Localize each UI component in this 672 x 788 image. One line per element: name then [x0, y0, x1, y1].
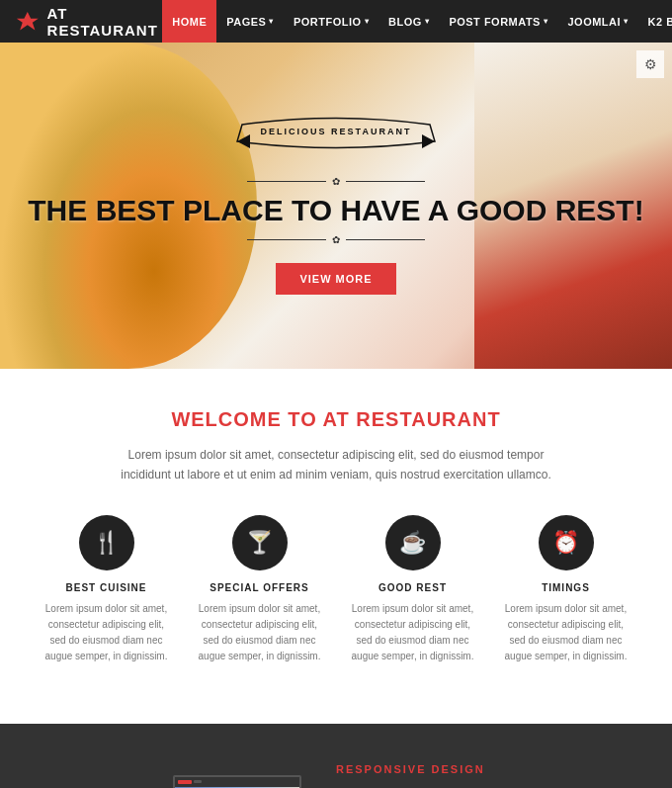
- chevron-down-icon: ▾: [425, 17, 430, 26]
- feature-icon-rest: ☕: [385, 515, 441, 570]
- hero-divider-icon: ✿: [332, 176, 340, 187]
- feature-special-offers: 🍸 SPECIAL OFFERS Lorem ipsum dolor sit a…: [183, 515, 336, 664]
- view-more-button[interactable]: VIEW MORE: [276, 263, 395, 295]
- clock-icon: ⏰: [552, 530, 579, 556]
- feature-icon-offers: 🍸: [232, 515, 288, 570]
- feature-title-timings: TIMINGS: [503, 582, 629, 593]
- feature-desc-offers: Lorem ipsum dolor sit amet, consectetur …: [197, 601, 322, 664]
- welcome-description: Lorem ipsum dolor sit amet, consectetur …: [119, 445, 553, 485]
- chevron-down-icon: ▾: [624, 17, 629, 26]
- nav-item-portfolio[interactable]: PORTFOLIO ▾: [284, 0, 378, 43]
- responsive-section: RESPONSIVE DESIGN Lorem ipsum dolor sit …: [0, 724, 672, 788]
- gear-icon: ⚙: [644, 56, 657, 72]
- feature-title-cuisine: BEST CUISINE: [43, 582, 169, 593]
- hero-bottom-divider-icon: ✿: [332, 234, 340, 245]
- chevron-down-icon: ▾: [365, 17, 370, 26]
- cocktail-icon: 🍸: [246, 530, 273, 556]
- nav-item-k2-blog[interactable]: K2 BLOG ▾: [638, 0, 672, 43]
- nav-item-pages[interactable]: PAGES ▾: [216, 0, 284, 43]
- brand-name: AT RESTAURANT: [47, 5, 163, 39]
- nav-item-home[interactable]: HOME: [162, 0, 216, 43]
- feature-title-offers: SPECIAL OFFERS: [197, 582, 322, 593]
- hero-title-line2: TO HAVE A GOOD REST!: [292, 194, 644, 226]
- devices-mockup: [30, 765, 306, 788]
- brand-logo[interactable]: AT RESTAURANT: [16, 5, 162, 39]
- hero-overlay: DELICIOUS RESTAURANT ✿ THE BEST PLACE TO…: [0, 43, 672, 369]
- feature-title-rest: GOOD REST: [350, 582, 475, 593]
- responsive-section-title: RESPONSIVE DESIGN: [336, 763, 642, 775]
- welcome-brand-name: AT RESTAURANT: [323, 408, 501, 430]
- chevron-down-icon: ▾: [269, 17, 274, 26]
- welcome-title: WELCOME TO AT RESTAURANT: [20, 408, 652, 431]
- feature-desc-timings: Lorem ipsum dolor sit amet, consectetur …: [503, 601, 629, 664]
- welcome-section: WELCOME TO AT RESTAURANT Lorem ipsum dol…: [0, 369, 672, 724]
- hero-title-line1: THE BEST PLACE: [28, 194, 283, 226]
- feature-desc-cuisine: Lorem ipsum dolor sit amet, consectetur …: [43, 601, 169, 664]
- gear-settings-button[interactable]: ⚙: [636, 50, 664, 78]
- hero-title: THE BEST PLACE TO HAVE A GOOD REST!: [28, 193, 643, 228]
- brand-icon: [16, 8, 40, 36]
- fork-knife-icon: 🍴: [93, 530, 120, 556]
- nav-item-joomlai[interactable]: JOOMLAI ▾: [557, 0, 637, 43]
- hero-badge-text: DELICIOUS RESTAURANT: [247, 127, 425, 136]
- feature-icon-cuisine: 🍴: [79, 515, 134, 570]
- feature-best-cuisine: 🍴 BEST CUISINE Lorem ipsum dolor sit ame…: [30, 515, 183, 664]
- nav-item-blog[interactable]: BLOG ▾: [378, 0, 439, 43]
- svg-marker-0: [17, 11, 39, 30]
- feature-good-rest: ☕ GOOD REST Lorem ipsum dolor sit amet, …: [336, 515, 489, 664]
- laptop-screen: [173, 775, 301, 788]
- hero-section: DELICIOUS RESTAURANT ✿ THE BEST PLACE TO…: [0, 43, 672, 369]
- responsive-content: RESPONSIVE DESIGN Lorem ipsum dolor sit …: [336, 763, 642, 788]
- laptop-screen-content: [175, 777, 299, 788]
- chevron-down-icon: ▾: [544, 17, 548, 26]
- coffee-icon: ☕: [399, 530, 426, 556]
- nav-links: HOME PAGES ▾ PORTFOLIO ▾ BLOG ▾ POST FOR…: [162, 0, 672, 43]
- laptop-device: [173, 775, 306, 788]
- features-row: 🍴 BEST CUISINE Lorem ipsum dolor sit ame…: [20, 515, 652, 694]
- hero-banner-shape: [232, 117, 440, 166]
- feature-timings: ⏰ TIMINGS Lorem ipsum dolor sit amet, co…: [489, 515, 642, 664]
- feature-desc-rest: Lorem ipsum dolor sit amet, consectetur …: [350, 601, 475, 664]
- nav-item-post-formats[interactable]: POST FORMATS ▾: [439, 0, 557, 43]
- feature-icon-timings: ⏰: [539, 515, 594, 570]
- navbar: AT RESTAURANT HOME PAGES ▾ PORTFOLIO ▾ B…: [0, 0, 672, 43]
